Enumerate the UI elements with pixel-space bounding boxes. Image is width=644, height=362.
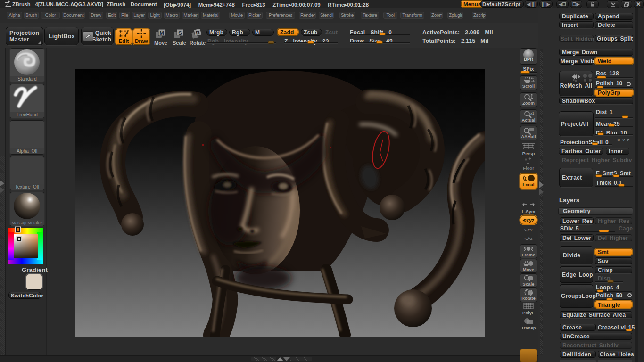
svg-text:S: S — [178, 30, 182, 36]
svg-text:x1: x1 — [530, 112, 534, 115]
svg-text:M: M — [159, 30, 164, 36]
